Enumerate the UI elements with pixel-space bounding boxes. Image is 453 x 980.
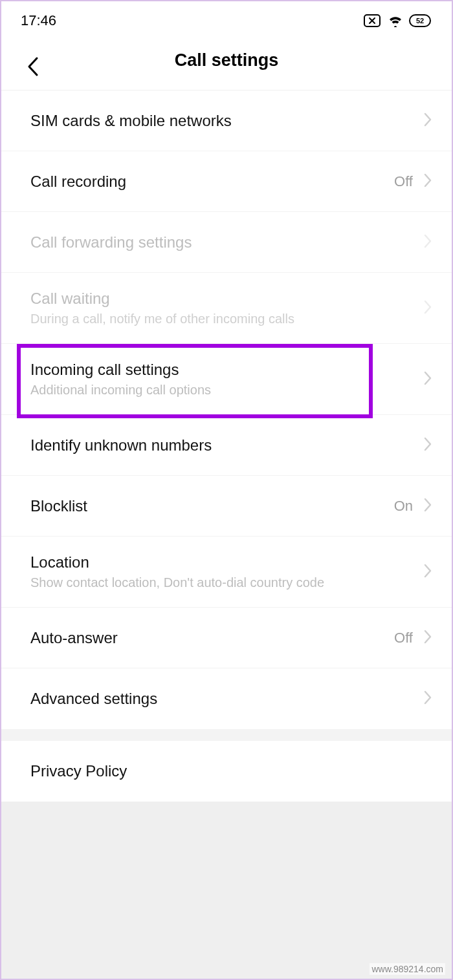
svg-text:52: 52 [416, 17, 424, 25]
empty-area [1, 802, 452, 979]
chevron-right-icon [423, 563, 432, 581]
item-label: Blocklist [30, 497, 394, 515]
chevron-right-icon [423, 629, 432, 647]
item-label: Location [30, 553, 423, 571]
status-time: 17:46 [21, 12, 56, 29]
chevron-right-icon [423, 370, 432, 389]
item-label: Incoming call settings [30, 361, 423, 379]
item-value: Off [394, 173, 413, 190]
item-label: Call forwarding settings [30, 233, 423, 251]
item-call-waiting: Call waiting During a call, notify me of… [1, 273, 452, 344]
settings-list: SIM cards & mobile networks Call recordi… [1, 91, 452, 802]
chevron-right-icon [423, 233, 432, 251]
item-sim-networks[interactable]: SIM cards & mobile networks [1, 91, 452, 151]
chevron-right-icon [423, 497, 432, 515]
chevron-right-icon [423, 690, 432, 708]
chevron-right-icon [423, 112, 432, 130]
item-call-recording[interactable]: Call recording Off [1, 151, 452, 212]
item-label: Advanced settings [30, 690, 423, 708]
chevron-right-icon [423, 299, 432, 317]
status-icons: 52 [364, 14, 432, 27]
page-title: Call settings [21, 50, 432, 70]
section-divider [1, 729, 452, 741]
item-auto-answer[interactable]: Auto-answer Off [1, 608, 452, 668]
item-value: On [394, 498, 413, 515]
back-button[interactable] [26, 56, 40, 80]
chevron-right-icon [423, 436, 432, 454]
wifi-icon [387, 14, 404, 27]
item-value: Off [394, 630, 413, 646]
item-privacy-policy[interactable]: Privacy Policy [1, 741, 452, 802]
item-subtitle: Show contact location, Don't auto-dial c… [30, 575, 423, 590]
item-blocklist[interactable]: Blocklist On [1, 476, 452, 537]
item-location[interactable]: Location Show contact location, Don't au… [1, 537, 452, 608]
item-label: Call waiting [30, 290, 423, 308]
battery-icon: 52 [409, 14, 432, 27]
item-label: Privacy Policy [30, 762, 432, 780]
item-advanced-settings[interactable]: Advanced settings [1, 668, 452, 729]
item-label: Identify unknown numbers [30, 436, 423, 454]
item-subtitle: Additional incoming call options [30, 383, 423, 398]
item-label: SIM cards & mobile networks [30, 112, 423, 130]
item-call-forwarding: Call forwarding settings [1, 212, 452, 273]
item-identify-unknown[interactable]: Identify unknown numbers [1, 415, 452, 476]
item-incoming-call-settings[interactable]: Incoming call settings Additional incomi… [1, 344, 452, 415]
item-subtitle: During a call, notify me of other incomi… [30, 312, 423, 326]
item-label: Auto-answer [30, 629, 394, 647]
chevron-right-icon [423, 173, 432, 191]
watermark: www.989214.com [370, 963, 445, 975]
page-header: Call settings [1, 37, 452, 91]
item-label: Call recording [30, 173, 394, 191]
sim-off-icon [364, 14, 382, 27]
status-bar: 17:46 52 [1, 1, 452, 37]
